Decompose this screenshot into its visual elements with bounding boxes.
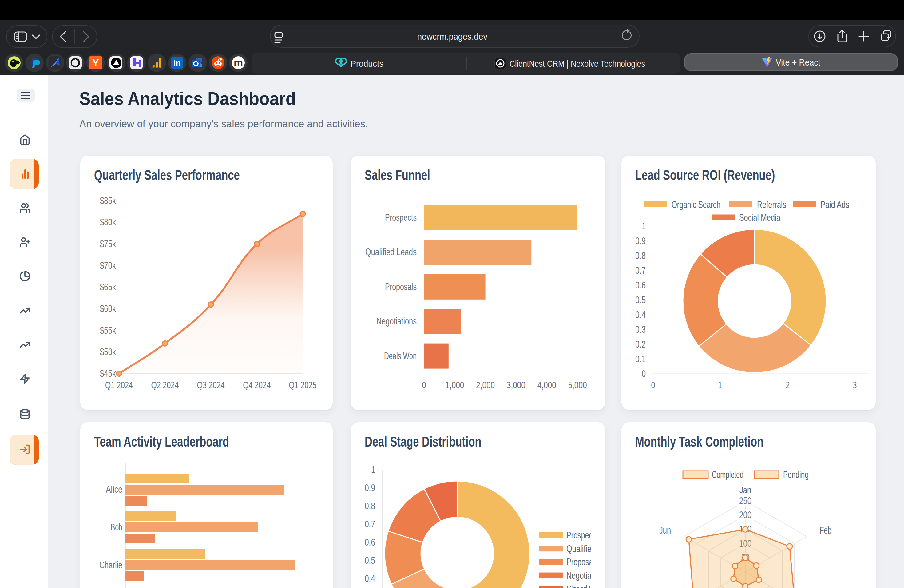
svg-text:$70k: $70k <box>100 260 116 271</box>
svg-text:Jun: Jun <box>659 525 671 536</box>
svg-text:Negotiations: Negotiations <box>566 570 605 581</box>
svg-text:Charlie: Charlie <box>99 560 122 571</box>
svg-text:$80k: $80k <box>100 217 116 228</box>
svg-text:0.6: 0.6 <box>635 280 646 291</box>
svg-text:Q2 2024: Q2 2024 <box>151 380 179 390</box>
svg-text:Products: Products <box>351 58 383 69</box>
svg-text:Pending: Pending <box>783 469 809 480</box>
svg-text:Completed: Completed <box>712 469 743 480</box>
svg-text:Organic Search: Organic Search <box>672 199 721 210</box>
svg-text:0.4: 0.4 <box>635 309 646 320</box>
svg-text:250: 250 <box>739 495 751 506</box>
svg-text:Feb: Feb <box>820 525 831 536</box>
svg-text:Proposals: Proposals <box>566 556 598 567</box>
svg-text:$60k: $60k <box>100 303 116 314</box>
svg-text:200: 200 <box>739 510 751 520</box>
svg-text:Referrals: Referrals <box>757 199 786 210</box>
svg-text:in: in <box>174 58 181 68</box>
svg-text:4,000: 4,000 <box>537 380 556 390</box>
svg-text:1: 1 <box>371 465 375 475</box>
svg-text:0.8: 0.8 <box>635 250 646 261</box>
svg-text:Prospects: Prospects <box>385 212 417 223</box>
svg-text:1: 1 <box>642 221 646 232</box>
svg-text:Q1 2024: Q1 2024 <box>105 380 133 390</box>
svg-text:Q1 2025: Q1 2025 <box>289 380 317 390</box>
svg-text:$55k: $55k <box>100 325 116 336</box>
svg-text:Qualified Leads: Qualified Leads <box>566 544 605 554</box>
svg-text:Closed Won: Closed Won <box>566 584 603 588</box>
svg-text:0.5: 0.5 <box>365 555 375 566</box>
svg-text:0.8: 0.8 <box>365 501 375 511</box>
svg-text:0: 0 <box>642 368 646 379</box>
svg-text:2: 2 <box>786 380 790 390</box>
svg-text:0: 0 <box>422 380 426 390</box>
svg-text:Proposals: Proposals <box>385 281 417 292</box>
svg-text:0.1: 0.1 <box>635 354 646 364</box>
svg-text:Alice: Alice <box>106 484 122 495</box>
svg-text:$50k: $50k <box>100 346 116 357</box>
svg-text:1,000: 1,000 <box>445 380 464 390</box>
svg-text:Vite + React: Vite + React <box>776 57 821 67</box>
svg-text:$65k: $65k <box>100 282 116 292</box>
svg-text:0.5: 0.5 <box>635 295 646 305</box>
svg-text:0.7: 0.7 <box>635 265 646 276</box>
svg-text:0.4: 0.4 <box>365 573 375 584</box>
svg-text:0.9: 0.9 <box>365 482 375 493</box>
svg-text:Deals Won: Deals Won <box>384 351 417 361</box>
svg-text:$75k: $75k <box>100 239 116 250</box>
svg-text:0.3: 0.3 <box>635 324 646 335</box>
svg-text:0.2: 0.2 <box>635 339 646 350</box>
svg-text:0.7: 0.7 <box>365 519 375 530</box>
svg-text:newcrm.pages.dev: newcrm.pages.dev <box>417 32 487 41</box>
svg-text:$85k: $85k <box>100 195 116 206</box>
svg-text:Jan: Jan <box>740 485 751 495</box>
svg-text:3,000: 3,000 <box>507 380 525 390</box>
svg-text:Bob: Bob <box>111 522 122 533</box>
svg-text:ClientNest CRM | Nexolve Techn: ClientNest CRM | Nexolve Technologies <box>509 58 645 69</box>
svg-text:Qualified Leads: Qualified Leads <box>365 247 417 258</box>
svg-text:$45k: $45k <box>100 368 116 379</box>
svg-text:1: 1 <box>718 380 722 390</box>
svg-text:Paid Ads: Paid Ads <box>820 199 849 210</box>
svg-text:m: m <box>234 57 243 68</box>
svg-text:Q4 2024: Q4 2024 <box>243 380 270 390</box>
svg-text:Q3 2024: Q3 2024 <box>197 380 225 390</box>
svg-text:2,000: 2,000 <box>476 380 495 390</box>
svg-text:3: 3 <box>853 380 857 390</box>
svg-text:Negotiations: Negotiations <box>376 316 417 327</box>
svg-text:Prospects: Prospects <box>566 530 598 541</box>
svg-text:0: 0 <box>651 380 655 390</box>
svg-text:0.9: 0.9 <box>635 236 646 247</box>
svg-text:5,000: 5,000 <box>568 380 587 390</box>
svg-text:Y: Y <box>92 57 99 68</box>
svg-text:Social Media: Social Media <box>739 212 781 223</box>
svg-text:0.6: 0.6 <box>365 537 375 548</box>
